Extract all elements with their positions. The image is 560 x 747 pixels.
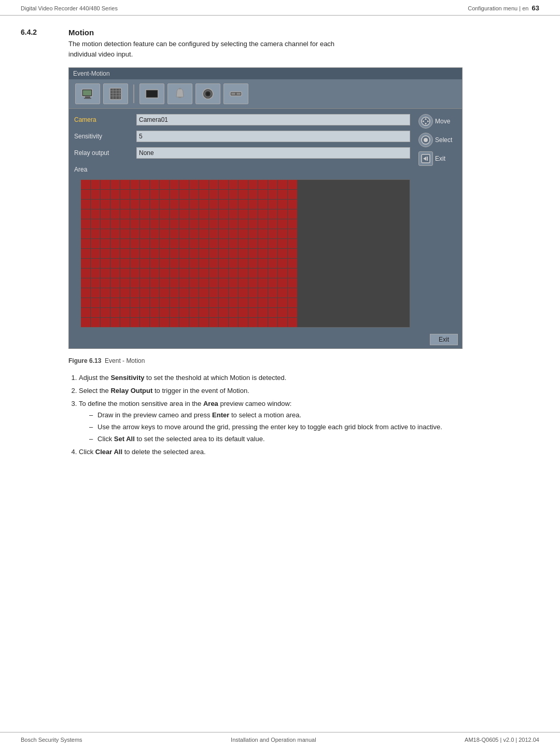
grid-cell[interactable] [209, 209, 218, 219]
grid-cell[interactable] [219, 200, 228, 209]
toolbar-icon-lens[interactable] [195, 83, 220, 104]
grid-cell[interactable] [179, 239, 189, 248]
grid-cell[interactable] [239, 229, 248, 238]
grid-cell[interactable] [120, 259, 130, 268]
grid-cell[interactable] [248, 219, 258, 229]
grid-cell[interactable] [160, 298, 169, 307]
grid-cell[interactable] [101, 259, 110, 268]
grid-cell[interactable] [219, 288, 228, 298]
grid-cell[interactable] [150, 180, 159, 189]
grid-cell[interactable] [189, 269, 199, 278]
exit-nav-button[interactable]: Exit [418, 150, 445, 167]
grid-cell[interactable] [160, 308, 169, 317]
grid-cell[interactable] [229, 209, 238, 219]
grid-cell[interactable] [288, 318, 297, 327]
grid-cell[interactable] [229, 288, 238, 298]
grid-cell[interactable] [170, 259, 179, 268]
toolbar-icon-camera[interactable] [139, 83, 164, 104]
grid-cell[interactable] [120, 200, 130, 209]
grid-cell[interactable] [81, 288, 90, 298]
grid-cell[interactable] [179, 180, 189, 189]
grid-cell[interactable] [140, 308, 149, 317]
grid-cell[interactable] [91, 249, 100, 258]
grid-cell[interactable] [199, 308, 208, 317]
grid-cell[interactable] [278, 219, 287, 229]
grid-cell[interactable] [288, 269, 297, 278]
grid-cell[interactable] [91, 269, 100, 278]
grid-cell[interactable] [258, 200, 268, 209]
grid-cell[interactable] [258, 229, 268, 238]
grid-cell[interactable] [209, 269, 218, 278]
grid-cell[interactable] [160, 200, 169, 209]
grid-cell[interactable] [189, 190, 199, 199]
grid-cell[interactable] [239, 298, 248, 307]
grid-cell[interactable] [288, 308, 297, 317]
grid-cell[interactable] [101, 249, 110, 258]
grid-cell[interactable] [229, 249, 238, 258]
grid-cell[interactable] [268, 288, 277, 298]
grid-cell[interactable] [229, 318, 238, 327]
grid-cell[interactable] [179, 229, 189, 238]
grid-cell[interactable] [268, 249, 277, 258]
grid-cell[interactable] [258, 209, 268, 219]
grid-cell[interactable] [229, 180, 238, 189]
grid-cell[interactable] [81, 200, 90, 209]
grid-cell[interactable] [130, 249, 139, 258]
grid-cell[interactable] [229, 269, 238, 278]
grid-cell[interactable] [179, 308, 189, 317]
grid-cell[interactable] [189, 288, 199, 298]
grid-cell[interactable] [91, 180, 100, 189]
grid-cell[interactable] [288, 180, 297, 189]
grid-cell[interactable] [91, 200, 100, 209]
grid-cell[interactable] [288, 278, 297, 288]
grid-cell[interactable] [101, 219, 110, 229]
grid-cell[interactable] [189, 259, 199, 268]
grid-cell[interactable] [170, 239, 179, 248]
grid-cell[interactable] [288, 229, 297, 238]
grid-cell[interactable] [91, 239, 100, 248]
motion-grid[interactable] [80, 179, 410, 328]
grid-cell[interactable] [101, 308, 110, 317]
grid-cell[interactable] [199, 288, 208, 298]
grid-cell[interactable] [130, 219, 139, 229]
grid-cell[interactable] [91, 229, 100, 238]
grid-cell[interactable] [120, 229, 130, 238]
grid-cell[interactable] [209, 259, 218, 268]
grid-cell[interactable] [81, 249, 90, 258]
grid-cell[interactable] [189, 200, 199, 209]
sensitivity-input[interactable] [136, 131, 410, 142]
grid-cell[interactable] [248, 180, 258, 189]
grid-cell[interactable] [170, 278, 179, 288]
grid-cell[interactable] [288, 239, 297, 248]
grid-cell[interactable] [288, 190, 297, 199]
grid-cell[interactable] [101, 288, 110, 298]
grid-cell[interactable] [130, 308, 139, 317]
grid-cell[interactable] [130, 288, 139, 298]
grid-cell[interactable] [239, 288, 248, 298]
grid-cell[interactable] [258, 249, 268, 258]
grid-cell[interactable] [101, 209, 110, 219]
grid-cell[interactable] [258, 259, 268, 268]
grid-cell[interactable] [258, 278, 268, 288]
grid-cell[interactable] [130, 239, 139, 248]
grid-cell[interactable] [120, 298, 130, 307]
grid-cell[interactable] [209, 180, 218, 189]
grid-cell[interactable] [160, 288, 169, 298]
grid-cell[interactable] [130, 200, 139, 209]
grid-cell[interactable] [258, 318, 268, 327]
grid-cell[interactable] [219, 318, 228, 327]
grid-cell[interactable] [120, 269, 130, 278]
grid-cell[interactable] [110, 288, 120, 298]
grid-cell[interactable] [160, 259, 169, 268]
grid-cell[interactable] [288, 200, 297, 209]
grid-cell[interactable] [160, 269, 169, 278]
grid-cell[interactable] [219, 278, 228, 288]
grid-cell[interactable] [140, 190, 149, 199]
grid-cell[interactable] [209, 249, 218, 258]
grid-cell[interactable] [120, 190, 130, 199]
grid-cell[interactable] [278, 229, 287, 238]
grid-cell[interactable] [209, 190, 218, 199]
grid-cell[interactable] [239, 259, 248, 268]
grid-cell[interactable] [170, 190, 179, 199]
grid-cell[interactable] [140, 318, 149, 327]
